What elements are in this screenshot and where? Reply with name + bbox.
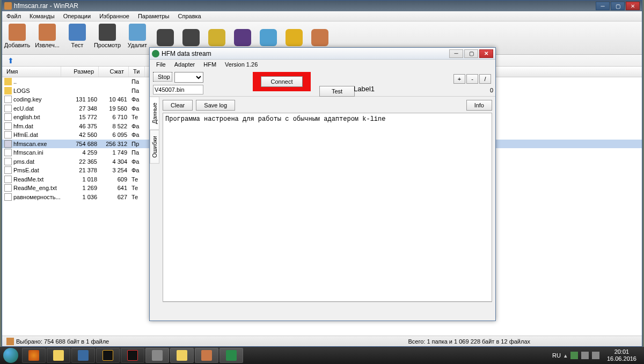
clear-button[interactable]: Clear xyxy=(163,100,193,111)
hfm-side-tabs: Данные Ошибки xyxy=(150,97,159,314)
taskbar-winrar[interactable] xyxy=(195,348,218,363)
hfm-close-button[interactable]: ✕ xyxy=(479,49,493,58)
connect-highlight: Connect xyxy=(253,72,311,91)
savelog-button[interactable]: Save log xyxy=(196,100,235,111)
hfm-menu-item[interactable]: HFM xyxy=(199,60,221,70)
file-icon xyxy=(4,78,12,85)
hfm-menu-item[interactable]: Version 1.26 xyxy=(221,60,262,70)
toolbar-icon[interactable] xyxy=(260,29,277,46)
menu-item[interactable]: Избранное xyxy=(95,11,134,21)
toolbar-button[interactable]: Тест xyxy=(62,21,92,54)
file-packed: 3 254 xyxy=(99,167,129,173)
file-icon xyxy=(4,149,12,156)
close-button[interactable]: ✕ xyxy=(626,2,640,10)
up-button[interactable]: ⬆ xyxy=(8,56,14,65)
taskbar-firefox[interactable] xyxy=(22,348,46,363)
minus-button[interactable]: - xyxy=(466,74,478,84)
toolbar-icon[interactable] xyxy=(311,29,328,46)
file-size: 15 772 xyxy=(62,114,99,120)
file-packed: 6 710 xyxy=(99,114,129,120)
tray-flag-icon[interactable] xyxy=(570,352,578,359)
log-scrollbar[interactable] xyxy=(163,302,492,310)
file-name: ReadMe_eng.txt xyxy=(13,185,62,191)
toolbar-button[interactable]: Извлеч... xyxy=(32,21,62,54)
taskbar-hfm[interactable] xyxy=(219,348,243,363)
file-icon xyxy=(4,113,12,121)
toolbar-button[interactable]: Просмотр xyxy=(92,21,122,54)
file-type: Те xyxy=(129,176,145,183)
taskbar-app1[interactable] xyxy=(71,348,95,363)
file-icon xyxy=(4,87,12,94)
file-size: 21 378 xyxy=(62,167,99,173)
toolbar-button[interactable]: Добавить xyxy=(2,21,32,54)
file-type: Фа xyxy=(129,167,145,173)
status-icon xyxy=(6,338,14,345)
file-type: Фа xyxy=(129,96,145,103)
taskbar-explorer[interactable] xyxy=(47,348,70,363)
tab-data[interactable]: Данные xyxy=(150,97,159,130)
file-packed: 6 095 xyxy=(99,132,129,138)
col-size[interactable]: Размер xyxy=(61,67,99,77)
system-tray: RU ▴ 20:01 16.06.2016 xyxy=(549,348,644,362)
hfm-minimize-button[interactable]: ─ xyxy=(449,49,463,58)
hfm-menu-item[interactable]: File xyxy=(152,60,170,70)
hfm-titlebar[interactable]: HFM data stream ─ ▢ ✕ xyxy=(150,48,495,60)
col-type[interactable]: Ти xyxy=(129,67,145,77)
file-name: HfmE.dat xyxy=(13,132,62,138)
status-selection: Выбрано: 754 688 байт в 1 файле xyxy=(16,338,109,345)
file-name: hfmscan.ini xyxy=(13,149,62,156)
menu-item[interactable]: Файл xyxy=(2,11,25,21)
adapter-combo[interactable] xyxy=(174,72,203,83)
file-icon xyxy=(4,105,12,112)
winrar-titlebar[interactable]: hfmscan.rar - WinRAR ─ ▢ ✕ xyxy=(2,1,642,11)
toolbar-icon[interactable] xyxy=(234,29,251,46)
file-type: Па xyxy=(129,149,145,156)
toolbar-button[interactable]: Удалит xyxy=(122,21,152,54)
col-name[interactable]: Имя xyxy=(2,67,61,77)
file-icon xyxy=(4,158,12,165)
minimize-button[interactable]: ─ xyxy=(596,2,610,10)
file-icon xyxy=(4,166,12,174)
taskbar-folder[interactable] xyxy=(170,348,194,363)
col-packed[interactable]: Сжат xyxy=(99,67,129,77)
taskbar-app2[interactable] xyxy=(96,348,120,363)
zero-label: 0 xyxy=(490,87,493,93)
hfm-menu-item[interactable]: Adapter xyxy=(170,60,200,70)
toolbar-icon[interactable] xyxy=(157,29,174,46)
plus-button[interactable]: + xyxy=(453,74,465,84)
stop-button[interactable]: Stop xyxy=(153,72,172,82)
tray-up-icon[interactable]: ▴ xyxy=(564,352,567,359)
file-type: Фа xyxy=(129,158,145,165)
hfm-maximize-button[interactable]: ▢ xyxy=(464,49,478,58)
connect-button[interactable]: Connect xyxy=(261,76,303,87)
file-type: Те xyxy=(129,114,145,120)
file-input[interactable] xyxy=(153,85,203,94)
file-icon xyxy=(4,131,12,139)
taskbar-app4[interactable] xyxy=(145,348,169,363)
taskbar-app3[interactable] xyxy=(121,348,144,363)
menu-item[interactable]: Команды xyxy=(25,11,59,21)
tab-errors[interactable]: Ошибки xyxy=(150,130,159,164)
clock[interactable]: 20:01 16.06.2016 xyxy=(603,348,641,362)
slash-button[interactable]: / xyxy=(479,74,491,84)
file-icon xyxy=(4,193,12,201)
menu-item[interactable]: Операции xyxy=(59,11,95,21)
file-packed: 10 461 xyxy=(99,96,129,103)
toolbar-icon[interactable] xyxy=(208,29,225,46)
start-button[interactable] xyxy=(0,347,21,364)
maximize-button[interactable]: ▢ xyxy=(611,2,625,10)
info-button[interactable]: Info xyxy=(466,100,492,111)
menu-item[interactable]: Параметры xyxy=(134,11,174,21)
log-area[interactable]: Программа настроена для работы с обычным… xyxy=(163,113,492,302)
toolbar-icon[interactable] xyxy=(182,29,200,46)
tray-network-icon[interactable] xyxy=(581,352,589,359)
toolbar-icon[interactable] xyxy=(286,29,303,46)
test-button[interactable]: Test xyxy=(319,86,355,97)
menu-item[interactable]: Справка xyxy=(174,11,206,21)
tray-sound-icon[interactable] xyxy=(592,352,599,359)
lang-indicator[interactable]: RU xyxy=(552,352,561,359)
file-icon xyxy=(4,184,12,192)
file-name: равномерность... xyxy=(13,194,62,200)
file-size: 1 269 xyxy=(62,185,99,191)
file-size: 27 348 xyxy=(62,105,99,112)
